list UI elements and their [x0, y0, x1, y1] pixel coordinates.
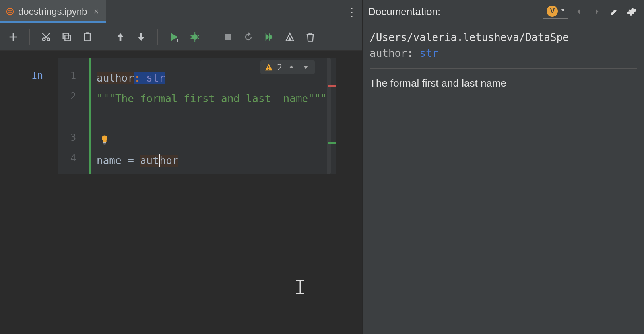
scrollbar-track[interactable] [327, 58, 331, 174]
editor-pane: docstrings.ipynb × ⋮ I In _ 1 2 [0, 0, 362, 334]
svg-rect-11 [268, 69, 269, 70]
svg-rect-5 [85, 33, 90, 41]
code-line-3[interactable] [97, 130, 327, 150]
move-cell-up-button[interactable] [112, 29, 129, 45]
doc-settings-button[interactable] [625, 5, 638, 18]
mouse-ibeam-cursor [296, 280, 304, 294]
inspection-summary[interactable]: 2 [260, 60, 315, 74]
line-number: 1 [58, 69, 89, 90]
debug-cell-button[interactable] [186, 29, 203, 45]
jupyter-icon [6, 7, 14, 16]
documentation-body: /Users/valeria.letusheva/DataSpe author:… [363, 23, 644, 334]
clear-outputs-button[interactable] [281, 29, 298, 45]
add-cell-button[interactable] [5, 29, 21, 45]
svg-point-0 [7, 8, 14, 15]
doc-edit-button[interactable] [607, 5, 621, 18]
stop-button[interactable] [219, 29, 236, 45]
svg-rect-10 [268, 66, 269, 68]
toolbar-separator [29, 29, 30, 45]
documentation-signature: author: str [370, 45, 637, 61]
prev-problem-button[interactable] [286, 62, 297, 72]
line-number: 2 [58, 90, 89, 131]
code-line-2[interactable]: """The formal first and last name""" [97, 88, 327, 130]
move-cell-down-button[interactable] [133, 29, 149, 45]
svg-text:I: I [177, 37, 178, 42]
svg-rect-9 [225, 34, 231, 40]
line-number-gutter: 1 2 3 4 [58, 58, 89, 174]
editor-body[interactable]: In _ 1 2 3 4 2 author: str """Th [0, 51, 362, 334]
svg-rect-13 [104, 144, 106, 145]
copy-button[interactable] [58, 29, 75, 45]
toolbar-separator [104, 29, 104, 45]
notebook-toolbar: I [0, 23, 362, 51]
documentation-path: /Users/valeria.letusheva/DataSpe [370, 29, 637, 45]
doc-forward-button[interactable] [590, 5, 603, 18]
documentation-pane: Documentation: V * /Users/valeria.letush… [362, 0, 644, 334]
svg-rect-12 [103, 142, 106, 143]
toolbar-separator [157, 29, 158, 45]
intention-bulb-icon[interactable] [99, 131, 110, 142]
text-caret [159, 154, 160, 167]
delete-cell-button[interactable] [302, 29, 319, 45]
tab-label: docstrings.ipynb [18, 6, 87, 17]
documentation-title: Documentation: [368, 6, 440, 18]
doc-back-button[interactable] [572, 5, 586, 18]
code-line-4[interactable]: name = author [97, 150, 327, 171]
close-icon[interactable]: × [93, 6, 99, 17]
toolbar-separator [211, 29, 211, 45]
code-cell[interactable]: In _ 1 2 3 4 2 author: str """Th [0, 58, 336, 174]
warning-icon [264, 63, 273, 72]
svg-point-8 [192, 34, 198, 40]
code-editor[interactable]: 2 author: str """The formal first and la… [91, 58, 327, 174]
line-number: 3 [58, 131, 89, 152]
avatar: V [547, 6, 558, 17]
error-stripe[interactable] [327, 58, 336, 174]
svg-rect-6 [86, 32, 89, 34]
tab-overflow-menu[interactable]: ⋮ [342, 0, 362, 23]
cell-prompt: In _ [31, 70, 54, 81]
cell-prompt-column: In _ [0, 58, 58, 174]
cut-button[interactable] [38, 29, 54, 45]
restart-kernel-button[interactable] [240, 29, 257, 45]
warning-count: 2 [277, 62, 282, 72]
next-problem-button[interactable] [301, 62, 311, 72]
error-stripe-marker[interactable] [328, 85, 336, 87]
tab-bar: docstrings.ipynb × ⋮ [0, 0, 362, 23]
svg-rect-3 [65, 35, 70, 41]
tab-docstrings[interactable]: docstrings.ipynb × [0, 0, 106, 23]
modified-indicator: * [561, 6, 564, 16]
documentation-divider [370, 68, 637, 69]
documentation-tab[interactable]: V * [543, 4, 568, 19]
svg-rect-4 [63, 33, 69, 39]
line-number: 4 [58, 152, 89, 173]
paste-button[interactable] [79, 29, 96, 45]
error-stripe-marker[interactable] [328, 142, 336, 144]
run-all-button[interactable] [261, 29, 277, 45]
documentation-description: The formal first and last name [370, 76, 637, 90]
run-cell-button[interactable]: I [166, 29, 182, 45]
documentation-header: Documentation: V * [363, 0, 644, 23]
